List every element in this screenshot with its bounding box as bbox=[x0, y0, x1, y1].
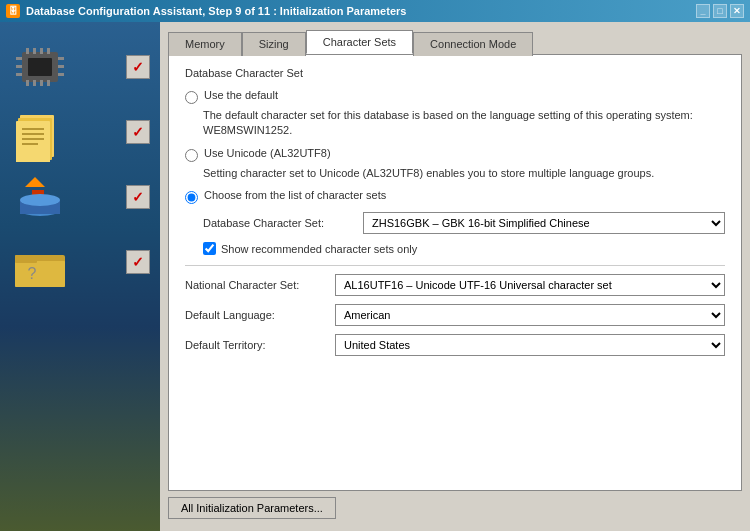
svg-rect-12 bbox=[16, 73, 22, 76]
national-charset-label: National Character Set: bbox=[185, 279, 335, 291]
chip-icon bbox=[10, 42, 70, 92]
national-charset-row: National Character Set: AL16UTF16 – Unic… bbox=[185, 274, 725, 296]
docs-icon bbox=[10, 107, 70, 157]
tabs-bar: Memory Sizing Character Sets Connection … bbox=[168, 30, 742, 54]
tab-memory[interactable]: Memory bbox=[168, 32, 242, 56]
tab-character-sets[interactable]: Character Sets bbox=[306, 30, 413, 54]
radio-unicode[interactable] bbox=[185, 149, 198, 162]
title-bar-left: 🗄 Database Configuration Assistant, Step… bbox=[6, 4, 406, 18]
chip-icon-row: ✓ bbox=[10, 42, 150, 92]
radio-default[interactable] bbox=[185, 91, 198, 104]
database-icon bbox=[10, 172, 70, 222]
default-territory-select[interactable]: United States bbox=[335, 334, 725, 356]
svg-rect-9 bbox=[47, 80, 50, 86]
section-title: Database Character Set bbox=[185, 67, 725, 79]
title-bar: 🗄 Database Configuration Assistant, Step… bbox=[0, 0, 750, 22]
svg-rect-2 bbox=[26, 48, 29, 54]
svg-rect-10 bbox=[16, 57, 22, 60]
content-panel: Database Character Set Use the default T… bbox=[168, 54, 742, 491]
title-bar-controls[interactable]: _ □ ✕ bbox=[696, 4, 744, 18]
radio-default-desc: The default character set for this datab… bbox=[203, 108, 725, 139]
init-params-button[interactable]: All Initialization Parameters... bbox=[168, 497, 336, 519]
svg-rect-11 bbox=[16, 65, 22, 68]
svg-text:?: ? bbox=[28, 265, 37, 282]
svg-rect-14 bbox=[58, 65, 64, 68]
national-charset-select[interactable]: AL16UTF16 – Unicode UTF-16 Universal cha… bbox=[335, 274, 725, 296]
left-panel: ✓ ✓ bbox=[0, 22, 160, 531]
svg-rect-30 bbox=[15, 255, 37, 263]
svg-rect-3 bbox=[33, 48, 36, 54]
radio-group: Use the default The default character se… bbox=[185, 89, 725, 204]
folder-icon: ? bbox=[10, 237, 70, 287]
radio-unicode-desc: Setting character set to Unicode (AL32UT… bbox=[203, 166, 725, 181]
window-title: Database Configuration Assistant, Step 9… bbox=[26, 5, 406, 17]
close-button[interactable]: ✕ bbox=[730, 4, 744, 18]
svg-rect-29 bbox=[15, 261, 65, 287]
db-charset-label: Database Character Set: bbox=[203, 217, 363, 229]
svg-rect-7 bbox=[33, 80, 36, 86]
radio-default-option[interactable]: Use the default bbox=[185, 89, 725, 104]
database-icon-row: ✓ bbox=[10, 172, 150, 222]
minimize-button[interactable]: _ bbox=[696, 4, 710, 18]
maximize-button[interactable]: □ bbox=[713, 4, 727, 18]
show-recommended-checkbox[interactable] bbox=[203, 242, 216, 255]
left-panel-icons: ✓ ✓ bbox=[0, 22, 160, 307]
radio-choose[interactable] bbox=[185, 191, 198, 204]
svg-rect-13 bbox=[58, 57, 64, 60]
show-recommended-row[interactable]: Show recommended character sets only bbox=[203, 242, 725, 255]
tab-sizing[interactable]: Sizing bbox=[242, 32, 306, 56]
national-section: National Character Set: AL16UTF16 – Unic… bbox=[185, 274, 725, 356]
db-charset-row: Database Character Set: ZHS16GBK – GBK 1… bbox=[203, 212, 725, 234]
radio-unicode-option[interactable]: Use Unicode (AL32UTF8) bbox=[185, 147, 725, 162]
show-recommended-label: Show recommended character sets only bbox=[221, 243, 417, 255]
tab-connection-mode[interactable]: Connection Mode bbox=[413, 32, 533, 56]
right-panel: Memory Sizing Character Sets Connection … bbox=[160, 22, 750, 531]
default-territory-label: Default Territory: bbox=[185, 339, 335, 351]
svg-rect-4 bbox=[40, 48, 43, 54]
radio-choose-option[interactable]: Choose from the list of character sets bbox=[185, 189, 725, 204]
default-language-row: Default Language: American bbox=[185, 304, 725, 326]
check-badge-3: ✓ bbox=[126, 185, 150, 209]
radio-default-label: Use the default bbox=[204, 89, 278, 101]
check-badge-2: ✓ bbox=[126, 120, 150, 144]
svg-rect-15 bbox=[58, 73, 64, 76]
radio-unicode-label: Use Unicode (AL32UTF8) bbox=[204, 147, 331, 159]
svg-rect-18 bbox=[16, 121, 50, 162]
init-params-row: All Initialization Parameters... bbox=[168, 491, 742, 523]
check-badge-1: ✓ bbox=[126, 55, 150, 79]
svg-rect-8 bbox=[40, 80, 43, 86]
svg-rect-6 bbox=[26, 80, 29, 86]
svg-rect-1 bbox=[28, 58, 52, 76]
default-language-label: Default Language: bbox=[185, 309, 335, 321]
radio-choose-label: Choose from the list of character sets bbox=[204, 189, 386, 201]
folder-icon-row: ? ✓ bbox=[10, 237, 150, 287]
svg-rect-5 bbox=[47, 48, 50, 54]
svg-point-27 bbox=[20, 194, 60, 206]
default-territory-row: Default Territory: United States bbox=[185, 334, 725, 356]
db-charset-select[interactable]: ZHS16GBK – GBK 16-bit Simplified Chinese bbox=[363, 212, 725, 234]
check-badge-4: ✓ bbox=[126, 250, 150, 274]
main-container: ✓ ✓ bbox=[0, 22, 750, 531]
section-divider bbox=[185, 265, 725, 266]
docs-icon-row: ✓ bbox=[10, 107, 150, 157]
svg-marker-23 bbox=[25, 177, 45, 187]
app-icon: 🗄 bbox=[6, 4, 20, 18]
default-language-select[interactable]: American bbox=[335, 304, 725, 326]
